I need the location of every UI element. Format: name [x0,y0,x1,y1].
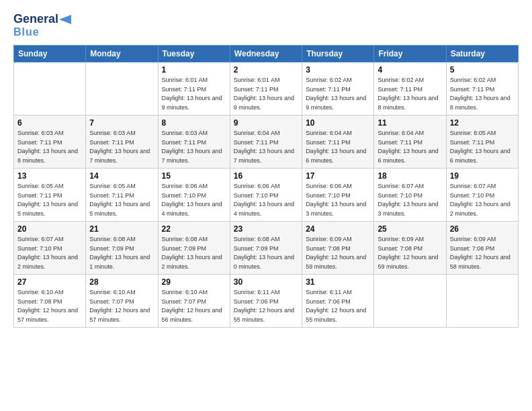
weekday-header-saturday: Saturday [446,46,518,62]
calendar-week-row: 6Sunrise: 6:03 AM Sunset: 7:11 PM Daylig… [14,116,519,169]
day-info: Sunrise: 6:08 AM Sunset: 7:09 PM Dayligh… [234,235,298,271]
calendar-cell: 28Sunrise: 6:10 AM Sunset: 7:07 PM Dayli… [86,275,158,328]
day-info: Sunrise: 6:01 AM Sunset: 7:11 PM Dayligh… [234,76,298,112]
day-info: Sunrise: 6:04 AM Sunset: 7:11 PM Dayligh… [378,129,442,165]
header: General Blue [13,12,519,38]
calendar-cell: 14Sunrise: 6:05 AM Sunset: 7:11 PM Dayli… [86,169,158,222]
day-number: 15 [162,171,226,181]
day-info: Sunrise: 6:06 AM Sunset: 7:10 PM Dayligh… [162,182,226,218]
day-number: 27 [17,277,82,287]
calendar-cell: 3Sunrise: 6:02 AM Sunset: 7:11 PM Daylig… [302,62,374,116]
calendar-cell: 10Sunrise: 6:04 AM Sunset: 7:11 PM Dayli… [302,116,374,169]
calendar-cell: 15Sunrise: 6:06 AM Sunset: 7:10 PM Dayli… [158,169,230,222]
calendar-cell: 30Sunrise: 6:11 AM Sunset: 7:06 PM Dayli… [230,275,302,328]
day-info: Sunrise: 6:01 AM Sunset: 7:11 PM Dayligh… [162,76,226,112]
calendar-cell [14,62,86,116]
weekday-header-monday: Monday [86,46,158,62]
calendar-cell: 8Sunrise: 6:03 AM Sunset: 7:11 PM Daylig… [158,116,230,169]
calendar-week-row: 1Sunrise: 6:01 AM Sunset: 7:11 PM Daylig… [14,62,519,116]
day-number: 13 [17,171,82,181]
day-info: Sunrise: 6:09 AM Sunset: 7:08 PM Dayligh… [306,235,370,271]
calendar-cell: 22Sunrise: 6:08 AM Sunset: 7:09 PM Dayli… [158,222,230,275]
day-info: Sunrise: 6:06 AM Sunset: 7:10 PM Dayligh… [306,182,370,218]
day-number: 19 [450,171,515,181]
day-info: Sunrise: 6:03 AM Sunset: 7:11 PM Dayligh… [162,129,226,165]
day-info: Sunrise: 6:08 AM Sunset: 7:09 PM Dayligh… [162,235,226,271]
page: General Blue SundayMondayTuesdayWednesda… [0,0,532,411]
calendar-cell: 13Sunrise: 6:05 AM Sunset: 7:11 PM Dayli… [14,169,86,222]
day-number: 6 [17,118,82,128]
logo-arrow-icon [59,15,71,24]
day-info: Sunrise: 6:08 AM Sunset: 7:09 PM Dayligh… [89,235,154,271]
calendar-cell: 26Sunrise: 6:09 AM Sunset: 7:08 PM Dayli… [446,222,518,275]
day-number: 5 [450,65,515,75]
day-number: 28 [89,277,154,287]
logo-combined: General [13,12,72,26]
weekday-header-thursday: Thursday [302,46,374,62]
day-number: 1 [162,65,226,75]
day-number: 24 [306,224,370,234]
calendar-cell: 2Sunrise: 6:01 AM Sunset: 7:11 PM Daylig… [230,62,302,116]
day-info: Sunrise: 6:11 AM Sunset: 7:06 PM Dayligh… [234,288,298,324]
day-number: 14 [89,171,154,181]
day-info: Sunrise: 6:04 AM Sunset: 7:11 PM Dayligh… [306,129,370,165]
day-number: 25 [378,224,442,234]
weekday-header-friday: Friday [374,46,446,62]
day-info: Sunrise: 6:03 AM Sunset: 7:11 PM Dayligh… [89,129,154,165]
day-info: Sunrise: 6:05 AM Sunset: 7:11 PM Dayligh… [89,182,154,218]
calendar-cell [374,275,446,328]
calendar-cell: 17Sunrise: 6:06 AM Sunset: 7:10 PM Dayli… [302,169,374,222]
day-number: 2 [234,65,298,75]
day-number: 20 [17,224,82,234]
calendar-cell: 4Sunrise: 6:02 AM Sunset: 7:11 PM Daylig… [374,62,446,116]
day-number: 30 [234,277,298,287]
day-number: 23 [234,224,298,234]
day-number: 9 [234,118,298,128]
calendar-cell: 21Sunrise: 6:08 AM Sunset: 7:09 PM Dayli… [86,222,158,275]
calendar-cell: 9Sunrise: 6:04 AM Sunset: 7:11 PM Daylig… [230,116,302,169]
weekday-header-wednesday: Wednesday [230,46,302,62]
logo-blue-text: Blue [13,26,40,38]
calendar-week-row: 13Sunrise: 6:05 AM Sunset: 7:11 PM Dayli… [14,169,519,222]
day-info: Sunrise: 6:02 AM Sunset: 7:11 PM Dayligh… [378,76,442,112]
calendar-cell: 19Sunrise: 6:07 AM Sunset: 7:10 PM Dayli… [446,169,518,222]
svg-marker-0 [59,15,71,24]
day-info: Sunrise: 6:03 AM Sunset: 7:11 PM Dayligh… [17,129,82,165]
calendar-cell: 11Sunrise: 6:04 AM Sunset: 7:11 PM Dayli… [374,116,446,169]
day-number: 18 [378,171,442,181]
calendar-cell: 25Sunrise: 6:09 AM Sunset: 7:08 PM Dayli… [374,222,446,275]
day-number: 12 [450,118,515,128]
logo-blue-line: Blue [13,26,40,38]
logo-general-text: General [13,12,58,26]
day-number: 31 [306,277,370,287]
calendar-cell: 1Sunrise: 6:01 AM Sunset: 7:11 PM Daylig… [158,62,230,116]
day-info: Sunrise: 6:10 AM Sunset: 7:07 PM Dayligh… [89,288,154,324]
calendar-cell: 6Sunrise: 6:03 AM Sunset: 7:11 PM Daylig… [14,116,86,169]
day-number: 8 [162,118,226,128]
weekday-header-tuesday: Tuesday [158,46,230,62]
day-number: 16 [234,171,298,181]
calendar-header-row: SundayMondayTuesdayWednesdayThursdayFrid… [14,46,519,62]
day-info: Sunrise: 6:02 AM Sunset: 7:11 PM Dayligh… [306,76,370,112]
day-number: 4 [378,65,442,75]
day-info: Sunrise: 6:06 AM Sunset: 7:10 PM Dayligh… [234,182,298,218]
calendar-cell: 24Sunrise: 6:09 AM Sunset: 7:08 PM Dayli… [302,222,374,275]
calendar-cell: 29Sunrise: 6:10 AM Sunset: 7:07 PM Dayli… [158,275,230,328]
day-number: 22 [162,224,226,234]
calendar-cell: 12Sunrise: 6:05 AM Sunset: 7:11 PM Dayli… [446,116,518,169]
calendar-cell [446,275,518,328]
calendar-cell: 7Sunrise: 6:03 AM Sunset: 7:11 PM Daylig… [86,116,158,169]
day-info: Sunrise: 6:10 AM Sunset: 7:07 PM Dayligh… [162,288,226,324]
day-info: Sunrise: 6:05 AM Sunset: 7:11 PM Dayligh… [450,129,515,165]
day-number: 26 [450,224,515,234]
day-number: 29 [162,277,226,287]
day-info: Sunrise: 6:07 AM Sunset: 7:10 PM Dayligh… [378,182,442,218]
logo: General Blue [13,12,72,38]
calendar-week-row: 27Sunrise: 6:10 AM Sunset: 7:08 PM Dayli… [14,275,519,328]
day-info: Sunrise: 6:05 AM Sunset: 7:11 PM Dayligh… [17,182,82,218]
weekday-header-sunday: Sunday [14,46,86,62]
calendar-cell: 23Sunrise: 6:08 AM Sunset: 7:09 PM Dayli… [230,222,302,275]
day-number: 21 [89,224,154,234]
day-info: Sunrise: 6:04 AM Sunset: 7:11 PM Dayligh… [234,129,298,165]
calendar-cell [86,62,158,116]
